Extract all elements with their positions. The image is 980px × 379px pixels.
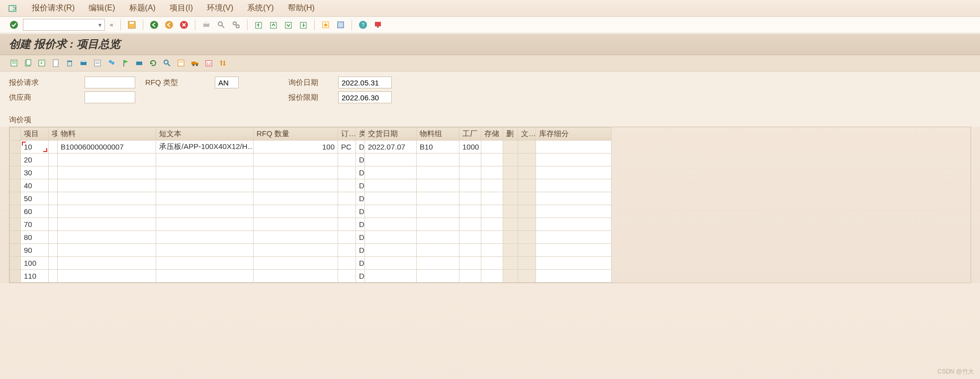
table-row[interactable]: 70D	[10, 218, 612, 231]
cell-text[interactable]	[518, 166, 536, 179]
menu-help[interactable]: 帮助(H)	[288, 3, 315, 13]
cell-plant[interactable]	[459, 179, 481, 192]
cell-i[interactable]	[49, 141, 58, 153]
cell-plant[interactable]	[459, 192, 481, 205]
cell-delivery-date[interactable]	[365, 166, 417, 179]
cell-material[interactable]	[58, 179, 156, 192]
col-cat[interactable]: 类	[356, 128, 365, 141]
cell-matl-group[interactable]: B10	[417, 141, 459, 153]
cell-stor[interactable]	[481, 231, 503, 244]
menu-edit[interactable]: 编辑(E)	[89, 3, 115, 13]
cell-plant[interactable]	[459, 166, 481, 179]
cell-stor[interactable]	[481, 166, 503, 179]
cell-stock-detail[interactable]	[536, 218, 612, 231]
cell-rfq-qty[interactable]	[254, 205, 338, 218]
schedule-icon[interactable]: 12	[203, 57, 215, 69]
cell-text[interactable]	[518, 257, 536, 270]
cell-order[interactable]	[338, 231, 356, 244]
cell-item[interactable]: 100	[21, 257, 49, 270]
vendor-icon[interactable]	[105, 57, 117, 69]
cell-stock-detail[interactable]	[536, 166, 612, 179]
cell-i[interactable]	[49, 218, 58, 231]
cell-order[interactable]	[338, 257, 356, 270]
cell-order[interactable]	[338, 192, 356, 205]
menu-environment[interactable]: 环境(V)	[207, 3, 233, 13]
cell-rfq-qty[interactable]	[254, 257, 338, 270]
new-session-icon[interactable]: ✱	[320, 19, 332, 31]
cell-stock-detail[interactable]	[536, 231, 612, 244]
items-grid[interactable]: 项目 项 物料 短文本 RFQ 数量 订… 类 交货日期 物料组 工厂 存储 删…	[9, 127, 612, 283]
cell-del[interactable]	[503, 244, 518, 257]
cell-item[interactable]: 30	[21, 166, 49, 179]
new-doc-icon[interactable]	[50, 57, 62, 69]
cell-delivery-date[interactable]	[365, 192, 417, 205]
last-page-icon[interactable]	[297, 19, 309, 31]
col-delivery-date[interactable]: 交货日期	[365, 128, 417, 141]
cell-item[interactable]: 50	[21, 192, 49, 205]
vendor-input[interactable]	[85, 91, 135, 103]
cell-cat[interactable]: D	[356, 270, 365, 283]
cell-rfq-qty[interactable]	[254, 192, 338, 205]
cell-order[interactable]	[338, 244, 356, 257]
exit-icon[interactable]	[163, 19, 175, 31]
menu-rfq-request[interactable]: 报价请求(R)	[32, 3, 75, 13]
cell-cat[interactable]: D	[356, 218, 365, 231]
cell-material[interactable]	[58, 166, 156, 179]
next-page-icon[interactable]	[282, 19, 294, 31]
cell-stor[interactable]	[481, 179, 503, 192]
cell-rfq-qty[interactable]	[254, 153, 338, 166]
cell-plant[interactable]	[459, 153, 481, 166]
rfq-request-input[interactable]	[85, 76, 135, 88]
cell-stor[interactable]	[481, 257, 503, 270]
cell-stor[interactable]	[481, 244, 503, 257]
sort-icon[interactable]	[217, 57, 229, 69]
find-icon[interactable]	[215, 19, 227, 31]
row-selector[interactable]	[10, 153, 21, 166]
cell-delivery-date[interactable]	[365, 153, 417, 166]
cell-rfq-qty[interactable]	[254, 244, 338, 257]
cell-short-text[interactable]	[156, 153, 254, 166]
cell-stor[interactable]	[481, 153, 503, 166]
cell-text[interactable]	[518, 231, 536, 244]
cell-matl-group[interactable]	[417, 192, 459, 205]
row-selector[interactable]	[10, 141, 21, 153]
cell-short-text[interactable]	[156, 244, 254, 257]
cell-plant[interactable]	[459, 244, 481, 257]
cell-rfq-qty[interactable]: 100	[254, 141, 338, 153]
cell-delivery-date[interactable]	[365, 270, 417, 283]
cell-matl-group[interactable]	[417, 218, 459, 231]
cell-stor[interactable]	[481, 218, 503, 231]
back-icon[interactable]	[148, 19, 160, 31]
cell-stock-detail[interactable]	[536, 141, 612, 153]
col-text[interactable]: 文…	[518, 128, 536, 141]
cell-del[interactable]	[503, 218, 518, 231]
copy-icon[interactable]	[22, 57, 34, 69]
quote-deadline-input[interactable]	[338, 91, 392, 103]
col-stor[interactable]: 存储	[481, 128, 503, 141]
col-matl-group[interactable]: 物料组	[417, 128, 459, 141]
flag-icon[interactable]	[119, 57, 131, 69]
cell-cat[interactable]: D	[356, 179, 365, 192]
cell-material[interactable]	[58, 192, 156, 205]
table-row[interactable]: 40D	[10, 179, 612, 192]
cell-item[interactable]: 70	[21, 218, 49, 231]
delete-icon[interactable]	[64, 57, 76, 69]
table-row[interactable]: 80D	[10, 231, 612, 244]
cell-delivery-date[interactable]	[365, 257, 417, 270]
table-row[interactable]: 110D	[10, 270, 612, 283]
cell-item[interactable]: 110	[21, 270, 49, 283]
cell-stor[interactable]	[481, 270, 503, 283]
cell-item[interactable]: 60	[21, 205, 49, 218]
cell-item[interactable]: 10	[21, 141, 49, 153]
menu-session-icon[interactable]	[8, 3, 18, 13]
menu-item[interactable]: 项目(I)	[170, 3, 193, 13]
details-icon[interactable]	[8, 57, 20, 69]
cell-del[interactable]	[503, 141, 518, 153]
cell-del[interactable]	[503, 192, 518, 205]
cell-material[interactable]	[58, 270, 156, 283]
col-del[interactable]: 删	[503, 128, 518, 141]
col-order[interactable]: 订…	[338, 128, 356, 141]
save-icon[interactable]	[126, 19, 138, 31]
enter-icon[interactable]	[8, 19, 20, 31]
rfq-type-input[interactable]	[215, 76, 239, 88]
